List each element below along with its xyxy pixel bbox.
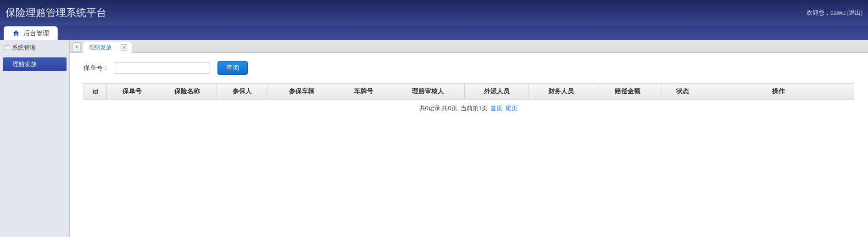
pagination: 共0记录,共0页, 当前第1页 首页 尾页 — [83, 100, 854, 117]
col-status: 状态 — [662, 84, 703, 100]
collapse-icon: − — [5, 45, 9, 50]
content-body: 保单号： 查询 id 保单号 保险名称 参保人 参保车辆 车牌号 理赔审核人 外… — [70, 53, 868, 237]
col-policy-no: 保单号 — [107, 84, 157, 100]
col-insurance-name: 保险名称 — [157, 84, 217, 100]
content-tab-label: 理赔发放 — [89, 44, 111, 51]
search-label: 保单号： — [83, 64, 109, 72]
subheader: 后台管理 — [0, 25, 868, 40]
main-tab-label: 后台管理 — [23, 29, 49, 38]
sidebar-group-system[interactable]: − 系统管理 — [0, 40, 69, 56]
tab-nav-prev[interactable] — [72, 42, 81, 51]
sidebar: − 系统管理 理赔发放 — [0, 40, 70, 237]
search-bar: 保单号： 查询 — [83, 61, 854, 75]
home-icon — [12, 30, 20, 37]
pagination-last[interactable]: 尾页 — [506, 105, 517, 112]
policy-number-input[interactable] — [114, 62, 210, 74]
search-button[interactable]: 查询 — [217, 61, 248, 75]
sidebar-item-label: 理赔发放 — [13, 61, 37, 68]
content-area: 理赔发放 ✕ 保单号： 查询 id 保单号 保险名称 参保人 — [70, 40, 868, 237]
col-action: 操作 — [703, 84, 854, 100]
col-field-staff: 外派人员 — [465, 84, 529, 100]
table-header-row: id 保单号 保险名称 参保人 参保车辆 车牌号 理赔审核人 外派人员 财务人员… — [84, 84, 854, 100]
col-amount: 赔偿金额 — [593, 84, 662, 100]
chevron-left-icon — [75, 45, 78, 49]
sidebar-item-claims-issue[interactable]: 理赔发放 — [3, 57, 67, 71]
pagination-first[interactable]: 首页 — [490, 105, 502, 112]
col-finance-staff: 财务人员 — [529, 84, 593, 100]
username: caiwu — [830, 9, 846, 16]
app-title: 保险理赔管理系统平台 — [6, 6, 106, 20]
claims-table: id 保单号 保险名称 参保人 参保车辆 车牌号 理赔审核人 外派人员 财务人员… — [83, 83, 854, 100]
col-plate: 车牌号 — [336, 84, 391, 100]
welcome-text: 欢迎您， — [807, 9, 830, 16]
main-tab-admin[interactable]: 后台管理 — [4, 26, 58, 40]
col-reviewer: 理赔审核人 — [391, 84, 465, 100]
close-icon: ✕ — [122, 45, 126, 50]
col-insured: 参保人 — [217, 84, 267, 100]
app-header: 保险理赔管理系统平台 欢迎您，caiwu [退出] — [0, 0, 868, 25]
sidebar-group-label: 系统管理 — [12, 44, 36, 52]
pagination-summary: 共0记录,共0页, 当前第1页 — [419, 105, 490, 112]
body: − 系统管理 理赔发放 理赔发放 ✕ 保单号： 查询 — [0, 40, 868, 237]
tab-close-button[interactable]: ✕ — [121, 44, 127, 51]
header-user-area: 欢迎您，caiwu [退出] — [807, 9, 862, 17]
content-tab-claims-issue[interactable]: 理赔发放 ✕ — [83, 42, 132, 53]
col-id: id — [84, 84, 107, 100]
content-tab-bar: 理赔发放 ✕ — [70, 40, 868, 53]
logout-link[interactable]: [退出] — [847, 9, 862, 16]
col-insured-vehicle: 参保车辆 — [267, 84, 336, 100]
